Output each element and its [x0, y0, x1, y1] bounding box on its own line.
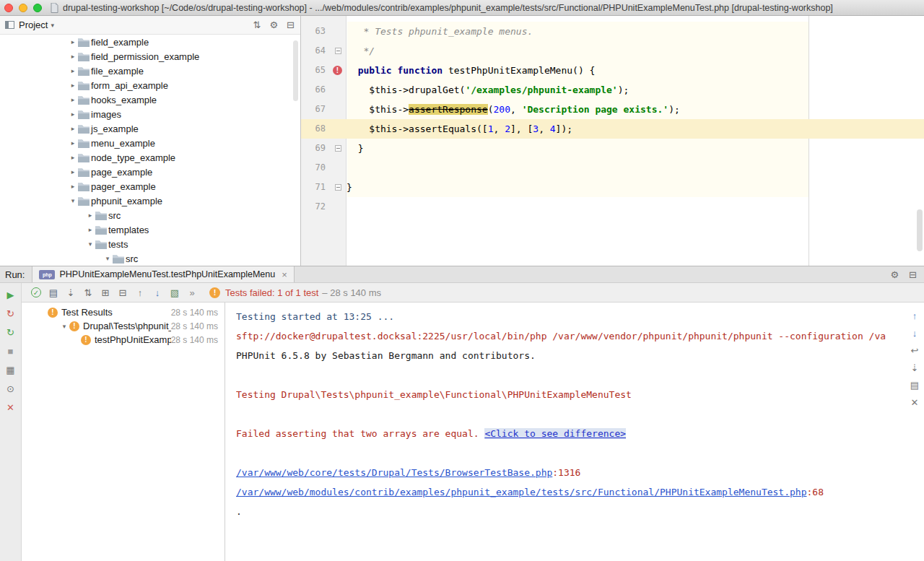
project-tree-item-field_permission_example[interactable]: ▸field_permission_example — [0, 49, 300, 64]
expand-all-button[interactable]: ⊞ — [97, 284, 114, 300]
hide-panel-icon[interactable]: ⊟ — [909, 269, 917, 280]
code-line-68[interactable]: 68 $this->assertEquals([1, 2], [3, 4]); — [301, 119, 924, 139]
console-line: /var/www/web/modules/contrib/examples/ph… — [236, 482, 924, 502]
tree-collapsed-arrow-icon[interactable]: ▸ — [68, 154, 78, 161]
test-tree-item[interactable]: ▾!Drupal\Tests\phpunit_ex...28 s 140 ms — [22, 319, 225, 333]
fold-marker-icon[interactable] — [335, 48, 341, 54]
chevron-down-icon[interactable]: ▾ — [51, 22, 54, 29]
tree-collapsed-arrow-icon[interactable]: ▸ — [85, 212, 95, 219]
sort-by-duration-button[interactable]: ⇣ — [62, 284, 79, 300]
project-tree-item-menu_example[interactable]: ▸menu_example — [0, 136, 300, 150]
tree-collapsed-arrow-icon[interactable]: ▸ — [68, 38, 78, 45]
tree-collapsed-arrow-icon[interactable]: ▸ — [68, 139, 78, 147]
tree-expanded-arrow-icon[interactable]: ▾ — [103, 255, 113, 262]
code-line-63[interactable]: 63 * Tests phpunit_example menus. — [301, 22, 924, 41]
project-tree-item-phpunit_example[interactable]: ▾phpunit_example — [0, 193, 300, 208]
next-failed-test-button[interactable]: ↓ — [149, 284, 166, 300]
project-tree-item-hooks_example[interactable]: ▸hooks_example — [0, 92, 300, 107]
pin-tab-button[interactable]: ⊙ — [1, 379, 21, 398]
run-tab-label: PHPUnitExampleMenuTest.testPhpUnitExampl… — [59, 269, 275, 279]
tree-expanded-arrow-icon[interactable]: ▾ — [85, 240, 95, 248]
scroll-to-end-button[interactable]: ⇣ — [909, 362, 920, 373]
close-tab-icon[interactable]: × — [282, 270, 287, 279]
run-tab[interactable]: php PHPUnitExampleMenuTest.testPhpUnitEx… — [32, 266, 294, 282]
rerun-button[interactable]: ▶ — [1, 285, 21, 304]
project-tree-item-src[interactable]: ▾src — [0, 251, 300, 266]
settings-gear-icon[interactable]: ⚙ — [890, 269, 899, 280]
sort-alphabetically-button[interactable]: ⇅ — [79, 284, 97, 300]
code-line-65[interactable]: 65! public function testPhpUnitExampleMe… — [301, 61, 924, 80]
project-tree-item-page_example[interactable]: ▸page_example — [0, 165, 300, 179]
toggle-auto-test-button[interactable]: ↻ — [1, 323, 21, 342]
project-tree-item-node_type_example[interactable]: ▸node_type_example — [0, 150, 300, 165]
show-passed-button[interactable]: ✓ — [27, 284, 45, 300]
project-tree-item-js_example[interactable]: ▸js_example — [0, 121, 300, 136]
failed-test-gutter-icon[interactable]: ! — [333, 66, 342, 75]
code-line-69[interactable]: 69 } — [301, 139, 924, 158]
stop-button[interactable]: ■ — [1, 342, 21, 360]
code-line-67[interactable]: 67 $this->assertResponse(200, 'Descripti… — [301, 100, 924, 119]
console-line — [236, 404, 924, 424]
project-tree-item-src[interactable]: ▸src — [0, 208, 300, 222]
prev-occurrence-button[interactable]: ↑ — [909, 310, 920, 321]
hide-panel-icon[interactable]: ⊟ — [287, 19, 295, 30]
project-tree-item-images[interactable]: ▸images — [0, 107, 300, 121]
tree-expanded-arrow-icon[interactable]: ▾ — [59, 323, 69, 330]
clear-console-button[interactable]: ✕ — [909, 396, 920, 408]
console-link[interactable]: /var/www/web/modules/contrib/examples/ph… — [236, 487, 807, 497]
test-error-icon: ! — [48, 308, 58, 318]
rerun-failed-tests-button[interactable]: ↻ — [1, 304, 21, 323]
project-tree-item-pager_example[interactable]: ▸pager_example — [0, 179, 300, 193]
code-token: , — [539, 123, 550, 134]
code-token: testPhpUnitExampleMenu() { — [448, 65, 596, 76]
code-line-71[interactable]: 71} — [301, 178, 924, 197]
project-tree-item-field_example[interactable]: ▸field_example — [0, 35, 300, 49]
run-panel-label: Run: — [5, 269, 25, 280]
restore-layout-button[interactable]: ▦ — [1, 360, 21, 379]
code-line-70[interactable]: 70 — [301, 158, 924, 178]
editor-scrollbar-thumb[interactable] — [917, 209, 923, 251]
soft-wrap-button[interactable]: ↩ — [909, 344, 920, 356]
project-tree-item-form_api_example[interactable]: ▸form_api_example — [0, 78, 300, 92]
minimize-window-button[interactable] — [19, 4, 27, 12]
tree-expanded-arrow-icon[interactable]: ▾ — [68, 197, 78, 204]
tree-collapsed-arrow-icon[interactable]: ▸ — [68, 96, 78, 103]
code-line-64[interactable]: 64 */ — [301, 41, 924, 61]
tree-collapsed-arrow-icon[interactable]: ▸ — [68, 183, 78, 190]
tree-collapsed-arrow-icon[interactable]: ▸ — [68, 67, 78, 74]
zoom-window-button[interactable] — [33, 4, 42, 12]
settings-gear-icon[interactable]: ⚙ — [269, 19, 278, 30]
collapse-all-button[interactable]: ⊟ — [114, 284, 131, 300]
code-line-72[interactable]: 72 — [301, 197, 924, 217]
tree-collapsed-arrow-icon[interactable]: ▸ — [68, 82, 78, 89]
test-tree-item[interactable]: !testPhpUnitExampleM...28 s 140 ms — [22, 333, 225, 347]
fold-marker-icon[interactable] — [335, 184, 341, 191]
show-output-button[interactable]: ▤ — [45, 284, 62, 300]
close-button[interactable]: ✕ — [1, 398, 21, 417]
close-window-button[interactable] — [4, 4, 13, 12]
export-test-results-button[interactable]: ▧ — [166, 284, 183, 300]
print-console-button[interactable]: ▤ — [909, 379, 920, 391]
next-occurrence-button[interactable]: ↓ — [909, 327, 920, 339]
tree-collapsed-arrow-icon[interactable]: ▸ — [68, 53, 78, 60]
project-scrollbar-thumb[interactable] — [293, 40, 298, 101]
more-chevron-icon[interactable]: » — [183, 284, 201, 300]
test-tree-item[interactable]: !Test Results28 s 140 ms — [22, 305, 225, 319]
tree-collapsed-arrow-icon[interactable]: ▸ — [68, 110, 78, 118]
project-panel-header: Project ▾ ⇅⚙⊟ — [0, 16, 300, 35]
project-tree-item-templates[interactable]: ▸templates — [0, 222, 300, 237]
code-editor[interactable]: 63 * Tests phpunit_example menus.64 */65… — [301, 16, 924, 266]
folder-icon — [78, 124, 91, 134]
project-tree-item-tests[interactable]: ▾tests — [0, 237, 300, 251]
project-tree-item-file_example[interactable]: ▸file_example — [0, 64, 300, 78]
tree-collapsed-arrow-icon[interactable]: ▸ — [68, 168, 78, 175]
project-panel-title[interactable]: Project — [19, 19, 48, 30]
collapse-all-icon[interactable]: ⇅ — [253, 19, 261, 30]
tree-collapsed-arrow-icon[interactable]: ▸ — [68, 125, 78, 132]
console-link[interactable]: <Click to see difference> — [484, 428, 626, 439]
tree-collapsed-arrow-icon[interactable]: ▸ — [85, 226, 95, 233]
code-line-66[interactable]: 66 $this->drupalGet('/examples/phpunit-e… — [301, 80, 924, 100]
previous-failed-test-button[interactable]: ↑ — [131, 284, 149, 300]
fold-marker-icon[interactable] — [335, 145, 341, 152]
console-link[interactable]: /var/www/web/core/tests/Drupal/Tests/Bro… — [236, 467, 552, 478]
